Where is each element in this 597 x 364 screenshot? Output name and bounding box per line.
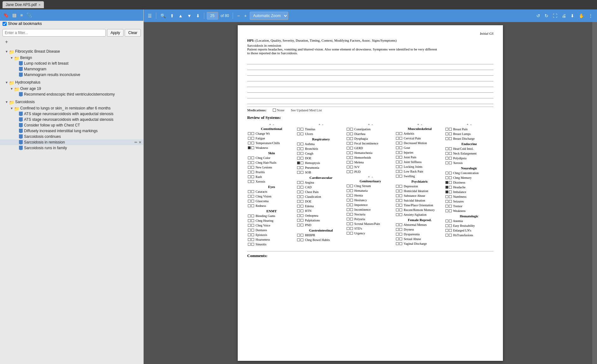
sidebar-item-over-age[interactable]: ▼ 📁 Over age 19	[0, 86, 143, 91]
add-bookmark-button[interactable]: +	[3, 38, 10, 45]
zoom-out-btn[interactable]: −	[236, 12, 241, 19]
show-bookmarks-checkbox[interactable]	[3, 22, 7, 26]
download-btn[interactable]: ⬇	[569, 12, 576, 19]
more-btn[interactable]: ⋮	[587, 12, 594, 19]
sidebar-item-diffusely[interactable]: Diffusely increased interstitial lung ma…	[0, 128, 143, 134]
ros-item: Orthopnea	[297, 213, 344, 218]
sidebar-item-ats1[interactable]: ATS stage neurosarcoidosis with aqueduct…	[0, 111, 143, 117]
ros-item: Tremor	[445, 204, 493, 208]
pdf-tab[interactable]: Jane Doe APS.pdf ×	[3, 1, 44, 8]
cb	[399, 170, 402, 173]
bookmark-label: Sarcoidosis runs in family	[24, 146, 141, 150]
close-icon[interactable]: ✕	[139, 140, 141, 144]
cb	[301, 181, 303, 184]
cb	[449, 205, 452, 208]
apply-button[interactable]: Apply	[107, 29, 123, 37]
sidebar-item-consider[interactable]: Consider follow up with Chest CT	[0, 122, 143, 128]
ros-col-4: + - Musculoskeletal Arthritis Cervical P…	[395, 123, 444, 247]
cb	[251, 137, 254, 140]
cb	[347, 222, 349, 225]
sidebar-item-benign[interactable]: ▼ 📁 Benign	[0, 55, 143, 61]
cb	[350, 227, 353, 230]
print-btn[interactable]: 🖨	[560, 12, 568, 19]
up-btn[interactable]: ▲	[177, 12, 184, 19]
ros-item: Dentures	[248, 228, 295, 232]
cb	[248, 171, 251, 173]
sidebar-item-ats2[interactable]: ATS stage neurosarcoidosis with aqueduct…	[0, 117, 143, 122]
down-btn[interactable]: ▼	[186, 12, 193, 19]
ros-item: Arthritis	[396, 131, 443, 136]
ros-item: GERD	[347, 146, 394, 150]
fullscreen-btn[interactable]: ⛶	[551, 12, 559, 19]
next-match-btn[interactable]: ⬇	[194, 12, 201, 19]
cb	[248, 190, 251, 193]
ros-item: Fecal Incontinence	[347, 141, 394, 146]
sidebar-toggle-btn[interactable]: ☰	[146, 12, 153, 19]
rotate-ccw-btn[interactable]: ↺	[535, 12, 542, 19]
cb	[251, 166, 254, 169]
bookmarks-view-btn[interactable]: 🔖	[2, 12, 10, 18]
cb	[251, 180, 254, 183]
filter-input[interactable]	[3, 29, 106, 37]
cb	[399, 137, 402, 140]
list-view-btn[interactable]: ≡	[19, 12, 24, 18]
plus-label: +	[368, 123, 370, 126]
cb	[449, 229, 452, 232]
cb	[350, 194, 353, 197]
ros-item: Breast Pain	[445, 127, 493, 132]
ros-item: Weakness	[248, 145, 295, 150]
ros-item: New Lesions	[248, 165, 295, 170]
ros-item: Pruritis	[248, 170, 295, 174]
sidebar-item-confined[interactable]: ▼ 📁 Confined to lungs or skin_ in remiss…	[0, 105, 143, 111]
sidebar-item-mammogram[interactable]: Mammogram	[0, 66, 143, 72]
endocrine-header: Endocrine	[445, 142, 493, 146]
sidebar-item-sarcoidosis[interactable]: ▼ 📁 Sarcoidosis	[0, 99, 143, 105]
cb	[396, 132, 399, 135]
sidebar-item-fibrocystic[interactable]: ▼ 📁 Fibrocystic Breast Disease	[0, 49, 143, 54]
clear-button[interactable]: Clear	[125, 29, 141, 37]
edit-icon[interactable]: ✏	[134, 140, 137, 144]
prev-match-btn[interactable]: ⬆	[169, 12, 176, 19]
search-btn[interactable]: 🔍	[159, 12, 167, 19]
attach-view-btn[interactable]: 📎	[25, 12, 33, 18]
ros-item: Rash	[248, 174, 295, 179]
scrollbar[interactable]	[592, 22, 597, 364]
cb	[396, 208, 399, 211]
zoom-select[interactable]: Automatic Zoom 50% 75% 100% 125% 150%	[250, 12, 288, 20]
zoom-in-btn[interactable]: +	[243, 12, 248, 19]
cb	[248, 204, 251, 207]
cb	[350, 166, 353, 168]
cb	[449, 152, 452, 155]
bookmark-tree: ▼ 📁 Fibrocystic Breast Disease ▼ 📁 Benig…	[0, 47, 143, 364]
ros-item: Urgency	[347, 231, 394, 236]
ros-item: Weakness	[445, 208, 493, 213]
cb	[347, 199, 349, 202]
sidebar-item-sarc-continues[interactable]: Sarcoidosis continues	[0, 134, 143, 139]
sidebar-item-lump[interactable]: Lump noticed in left breast	[0, 61, 143, 66]
thumbs-view-btn[interactable]: ▤	[11, 12, 18, 18]
cb	[347, 194, 349, 197]
sidebar-item-mammogram-results[interactable]: Mammogram results inconclusive	[0, 72, 143, 78]
hand-tool-btn[interactable]: ✋	[577, 12, 586, 19]
hpi-label: HPI:	[247, 38, 254, 42]
cb	[396, 190, 399, 192]
list-item: ▼ 📁 Sarcoidosis ▼ 📁 Confined to lungs or…	[0, 98, 143, 152]
sidebar-item-sarc-family[interactable]: Sarcoidosis runs in family	[0, 145, 143, 151]
cb	[297, 238, 300, 241]
sidebar-item-sarc-remission[interactable]: Sarcoidosis in remission ✏ ✕	[0, 139, 143, 145]
cb	[449, 137, 452, 140]
cb	[396, 165, 399, 168]
sidebar-item-hydrocephalus[interactable]: ▼ 📁 Hydrocephalus	[0, 79, 143, 85]
blank-line	[247, 59, 493, 64]
ros-item: Dryness	[396, 227, 443, 232]
collapse-icon: ▼	[5, 81, 9, 84]
rotate-cw-btn[interactable]: ↻	[543, 12, 550, 19]
pdf-content-area[interactable]: Initial GS HPI: (Location, Quality, Seve…	[144, 22, 597, 364]
comments-title: Comments:	[247, 253, 493, 258]
tab-close-button[interactable]: ×	[39, 3, 40, 7]
sidebar-item-recommend[interactable]: Recommend endoscopic third ventriculocis…	[0, 91, 143, 97]
cb	[399, 132, 402, 135]
cb	[396, 151, 399, 154]
page-number-input[interactable]	[207, 12, 218, 20]
gu-pm-header: +-	[347, 175, 394, 179]
